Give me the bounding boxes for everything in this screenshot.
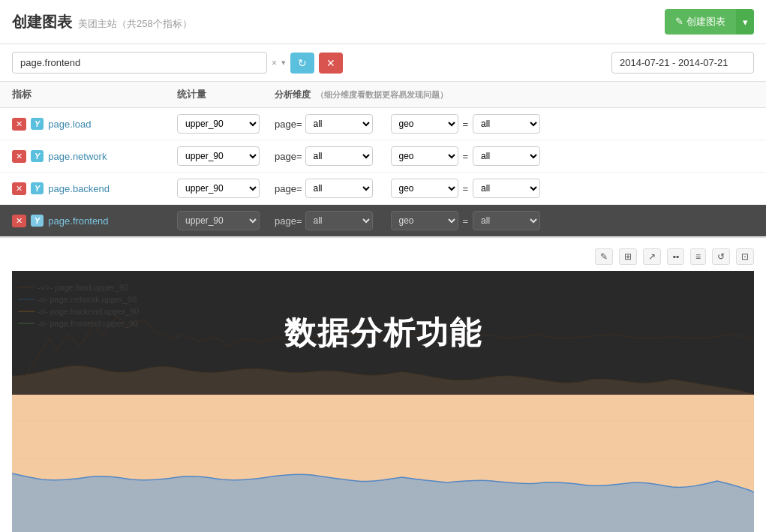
stat-select-page-frontend[interactable]: upper_90	[177, 211, 260, 230]
metric-type-icon-backend: Y	[31, 182, 44, 194]
chart-wrapper: -<>- page.load.upper_90 -o- page.network…	[12, 271, 754, 532]
remove-button[interactable]: ✕	[319, 53, 343, 74]
search-group: × ▾ ↻ ✕	[12, 52, 462, 74]
page-header: 创建图表 美团主站（共258个指标） ✎ 创建图表 ▾	[0, 0, 766, 44]
metric-row-page-load: ✕ Y page.load upper_90 page= all geo = a…	[0, 108, 766, 140]
delete-metric-page-backend[interactable]: ✕	[12, 182, 26, 195]
dim-geo-val-select-1[interactable]: all	[473, 114, 540, 134]
chart-tool-fullscreen[interactable]: ⊡	[736, 248, 754, 265]
metric-row-page-backend: ✕ Y page.backend upper_90 page= all geo …	[0, 173, 766, 205]
delete-metric-page-frontend[interactable]: ✕	[12, 215, 26, 227]
dim-page-select-3[interactable]: all	[305, 179, 373, 198]
chart-toolbar: ✎ ⊞ ↗ ▪▪ ≡ ↺ ⊡	[12, 245, 754, 271]
delete-metric-page-network[interactable]: ✕	[12, 150, 26, 163]
col-header-stat: 统计量	[177, 88, 275, 101]
refresh-button[interactable]: ↻	[290, 53, 314, 74]
chart-tool-edit[interactable]: ✎	[595, 248, 613, 265]
dim-page-select-1[interactable]: all	[305, 114, 373, 134]
col-header-dim: 分析维度 （细分维度看数据更容易发现问题）	[275, 89, 754, 101]
dim-geo-select-3[interactable]: geo	[391, 179, 458, 198]
clear-x-icon[interactable]: ×	[272, 58, 277, 68]
page-subtitle: 美团主站（共258个指标）	[78, 17, 192, 31]
metric-name-page-frontend[interactable]: page.frontend	[48, 215, 146, 227]
search-toolbar: × ▾ ↻ ✕	[0, 44, 766, 82]
metric-row-page-frontend: ✕ Y page.frontend upper_90 page= all geo…	[0, 205, 766, 237]
metrics-table: 指标 统计量 分析维度 （细分维度看数据更容易发现问题） ✕ Y page.lo…	[0, 82, 766, 238]
dim-geo-val-select-3[interactable]: all	[473, 179, 540, 198]
search-input[interactable]	[12, 52, 267, 74]
stat-select-page-backend[interactable]: upper_90	[177, 179, 260, 198]
metrics-table-header: 指标 统计量 分析维度 （细分维度看数据更容易发现问题）	[0, 82, 766, 108]
create-chart-dropdown-button[interactable]: ▾	[736, 9, 754, 35]
chart-tool-stacked[interactable]: ▪▪	[667, 248, 684, 265]
dim-geo-val-select-4[interactable]: all	[473, 211, 540, 230]
dim-geo-select-4[interactable]: geo	[391, 211, 458, 230]
overlay-text: 数据分析功能	[284, 312, 482, 354]
overlay: 数据分析功能	[12, 271, 754, 395]
dim-geo-select-2[interactable]: geo	[391, 146, 458, 166]
metric-name-page-load[interactable]: page.load	[48, 119, 146, 130]
metric-type-icon-network: Y	[31, 150, 44, 162]
metric-name-page-network[interactable]: page.network	[48, 151, 146, 162]
chart-tool-grid[interactable]: ⊞	[619, 248, 637, 265]
dim-group-page-load: page= all geo = all	[275, 114, 754, 134]
delete-metric-page-load[interactable]: ✕	[12, 118, 26, 131]
chart-tool-list[interactable]: ≡	[690, 248, 706, 265]
create-chart-button-group[interactable]: ✎ 创建图表 ▾	[665, 9, 754, 35]
dim-group-page-frontend: page= all geo = all	[275, 211, 754, 230]
dropdown-arrow: ▾	[281, 58, 286, 68]
dim-geo-select-1[interactable]: geo	[391, 114, 458, 134]
metric-name-page-backend[interactable]: page.backend	[48, 183, 146, 194]
metric-type-icon: Y	[31, 118, 44, 130]
create-chart-main-button[interactable]: ✎ 创建图表	[665, 9, 736, 35]
create-icon: ✎	[675, 16, 683, 27]
metric-type-icon-frontend: Y	[31, 215, 44, 227]
metric-row-page-network: ✕ Y page.network upper_90 page= all geo …	[0, 140, 766, 173]
dim-page-select-2[interactable]: all	[305, 146, 373, 166]
col-header-metric: 指标	[12, 88, 177, 101]
chart-container: ✎ ⊞ ↗ ▪▪ ≡ ↺ ⊡	[0, 238, 766, 532]
stat-select-page-network[interactable]: upper_90	[177, 146, 260, 166]
dim-group-page-backend: page= all geo = all	[275, 179, 754, 198]
page-title: 创建图表	[12, 12, 72, 32]
date-range-input[interactable]	[611, 52, 754, 74]
chart-tool-bar[interactable]: ↗	[643, 248, 661, 265]
dim-page-select-4[interactable]: all	[305, 211, 373, 230]
date-range-display[interactable]	[611, 52, 754, 74]
stat-select-page-load[interactable]: upper_90	[177, 114, 260, 134]
header-left: 创建图表 美团主站（共258个指标）	[12, 12, 192, 32]
dim-group-page-network: page= all geo = all	[275, 146, 754, 166]
chart-tool-refresh[interactable]: ↺	[712, 248, 730, 265]
dim-geo-val-select-2[interactable]: all	[473, 146, 540, 166]
